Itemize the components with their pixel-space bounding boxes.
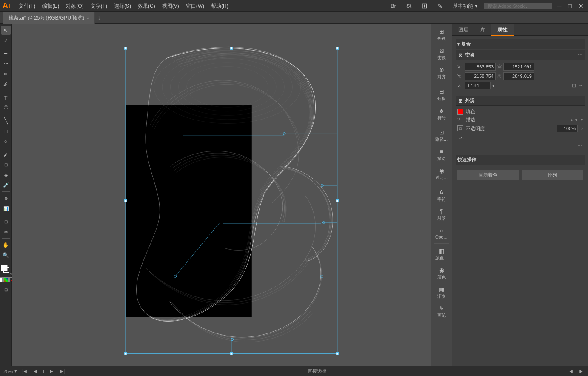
constrain-icon[interactable]: ⊡ xyxy=(572,83,576,88)
opacity-expand-btn[interactable]: › xyxy=(581,125,583,131)
close-btn[interactable]: ✕ xyxy=(577,3,585,9)
zoom-tool[interactable]: 🔍 xyxy=(1,251,11,260)
x-input[interactable] xyxy=(465,63,496,71)
opentype-panel-btn[interactable]: ○ Ope… xyxy=(432,225,451,242)
angle-dropdown-btn[interactable]: ▾ xyxy=(492,83,494,88)
symbol-spray-tool[interactable]: ⊕ xyxy=(1,194,11,203)
touch-type-tool[interactable]: Ⓣ xyxy=(1,103,11,112)
eyedropper-tool[interactable]: 💉 xyxy=(1,180,11,190)
recolor-btn[interactable]: 重新着色 xyxy=(457,170,519,180)
fill-white-btn[interactable] xyxy=(0,277,3,282)
transform-header-icon: ⊠ xyxy=(457,52,463,58)
appearance-header[interactable]: ⊞ 外观 ⋯ xyxy=(456,96,585,106)
menu-effect[interactable]: 效果(C) xyxy=(134,0,159,12)
restore-btn[interactable]: □ xyxy=(567,3,574,9)
menu-bar: Ai 文件(F) 编辑(E) 对象(O) 文字(T) 选择(S) 效果(C) 视… xyxy=(0,0,588,12)
y-input[interactable] xyxy=(465,72,496,80)
stroke-panel-btn[interactable]: ≡ 描边 xyxy=(432,145,451,164)
fill-color-btn[interactable] xyxy=(457,109,463,115)
transparency-panel-btn[interactable]: ◉ 透明… xyxy=(432,165,451,183)
arrange-btn[interactable]: 排列 xyxy=(522,170,583,180)
w-input[interactable] xyxy=(503,63,534,71)
extra-tools-row: ⊞ xyxy=(1,285,11,294)
blob-brush-tool[interactable]: 🖊 xyxy=(1,80,11,89)
gradient-btn[interactable] xyxy=(3,277,9,282)
rect-tool[interactable]: □ xyxy=(1,126,11,136)
character-panel-btn[interactable]: A 字符 xyxy=(432,186,451,205)
stroke-up-btn[interactable]: ▴ xyxy=(571,117,573,122)
symbols-label: 符号 xyxy=(437,115,446,121)
artboard-tool[interactable]: ⊡ xyxy=(1,217,11,226)
color-guide-panel-btn[interactable]: ◧ 颜色… xyxy=(432,245,451,264)
draw-mode-btn[interactable]: ✎ xyxy=(434,0,446,12)
composite-header[interactable]: ▾ 复合 xyxy=(456,39,585,49)
nav-prev-btn[interactable]: ◄ xyxy=(32,368,39,374)
angle-input[interactable] xyxy=(465,82,491,89)
menu-edit[interactable]: 编辑(E) xyxy=(39,0,63,12)
opacity-input[interactable] xyxy=(557,125,578,132)
h-input[interactable] xyxy=(503,72,534,80)
type-tool[interactable]: T xyxy=(1,93,11,102)
document-tab[interactable]: 线条.ai* @ 25% (RGB/GPU 预览) × xyxy=(3,12,95,24)
appearance-more-btn[interactable]: ⋯ xyxy=(578,98,583,103)
transparency-icon: ◉ xyxy=(439,167,444,174)
stock-btn[interactable]: St xyxy=(403,0,415,12)
stroke-icon: ≡ xyxy=(440,148,443,155)
menu-view[interactable]: 视图(V) xyxy=(159,0,183,12)
color-panel-btn[interactable]: ◉ 颜色 xyxy=(432,264,451,283)
graph-tool[interactable]: 📊 xyxy=(1,204,11,213)
curvature-tool[interactable]: 〜 xyxy=(1,59,11,68)
menu-help[interactable]: 帮助(H) xyxy=(208,0,232,12)
status-arrow-left[interactable]: ◄ xyxy=(568,368,574,374)
menu-type[interactable]: 文字(T) xyxy=(87,0,111,12)
nav-end-btn[interactable]: ►| xyxy=(58,368,66,374)
menu-file[interactable]: 文件(F) xyxy=(15,0,39,12)
gradient-panel-btn[interactable]: ▦ 渐变 xyxy=(432,283,451,302)
stock-search-input[interactable] xyxy=(484,3,552,9)
minimize-btn[interactable]: ─ xyxy=(556,3,563,9)
transform-panel-btn[interactable]: ⊠ 变换 xyxy=(432,45,451,63)
zoom-dropdown-btn[interactable]: ▾ xyxy=(14,368,17,374)
change-screen-mode-btn[interactable]: ⊞ xyxy=(1,285,11,294)
tab-close-btn[interactable]: × xyxy=(87,12,89,24)
transform-more-btn[interactable]: ⋯ xyxy=(578,52,583,58)
tab-layers[interactable]: 图层 xyxy=(452,24,474,36)
pen-tool[interactable]: ✒ xyxy=(1,49,11,58)
bridge-btn[interactable]: Br xyxy=(387,0,400,12)
hand-tool[interactable]: ✋ xyxy=(1,240,11,250)
tab-properties[interactable]: 属性 xyxy=(491,24,514,36)
line-tool[interactable]: ╲ xyxy=(1,116,11,125)
symbols-panel-btn[interactable]: ♣ 符号 xyxy=(432,105,451,123)
status-arrow-right[interactable]: ► xyxy=(578,368,585,374)
flip-icon[interactable]: ↔ xyxy=(578,83,583,88)
nav-start-btn[interactable]: |◄ xyxy=(20,368,29,374)
tab-library[interactable]: 库 xyxy=(474,24,491,36)
selection-tool[interactable]: ↖ xyxy=(1,26,11,35)
menu-select[interactable]: 选择(S) xyxy=(111,0,134,12)
paragraph-panel-btn[interactable]: ¶ 段落 xyxy=(432,205,451,224)
nav-next-btn[interactable]: ► xyxy=(48,368,55,374)
swatches-panel-btn[interactable]: ⊟ 色板 xyxy=(432,85,451,104)
ellipse-tool[interactable]: ○ xyxy=(1,137,11,146)
workspace-btn[interactable]: 基本功能 ▾ xyxy=(449,0,480,12)
stroke-color-swatch[interactable] xyxy=(3,267,9,273)
transform-header[interactable]: ⊠ 变换 ⋯ xyxy=(456,50,585,60)
mesh-tool[interactable]: ⊞ xyxy=(1,160,11,169)
slice-tool[interactable]: ✂ xyxy=(1,227,11,236)
arrange-icons-btn[interactable]: ⊞ xyxy=(418,0,431,12)
direct-select-tool[interactable]: ↗ xyxy=(1,36,11,45)
menu-window[interactable]: 窗口(W) xyxy=(183,0,208,12)
appearance-panel-btn[interactable]: ⊞ 外观 xyxy=(432,26,451,44)
panel-collapse-btn[interactable]: › xyxy=(98,13,101,22)
appearance-extra-more[interactable]: ⋯ xyxy=(457,142,583,148)
pathfinder-panel-btn[interactable]: ⊡ 路径… xyxy=(432,126,451,145)
align-panel-btn[interactable]: ⊜ 对齐 xyxy=(432,64,451,83)
stroke-down-btn[interactable]: ▾ xyxy=(575,117,577,122)
stroke-dropdown-btn[interactable]: ▾ xyxy=(581,117,583,122)
menu-object[interactable]: 对象(O) xyxy=(63,0,87,12)
pencil-tool[interactable]: ✏ xyxy=(1,69,11,79)
gradient-tool[interactable]: ◈ xyxy=(1,170,11,179)
brushes-panel-btn[interactable]: ✎ 画笔 xyxy=(432,302,451,321)
paint-brush-tool[interactable]: 🖌 xyxy=(1,150,11,159)
fill-stroke-box[interactable]: ⇆ xyxy=(1,265,11,275)
